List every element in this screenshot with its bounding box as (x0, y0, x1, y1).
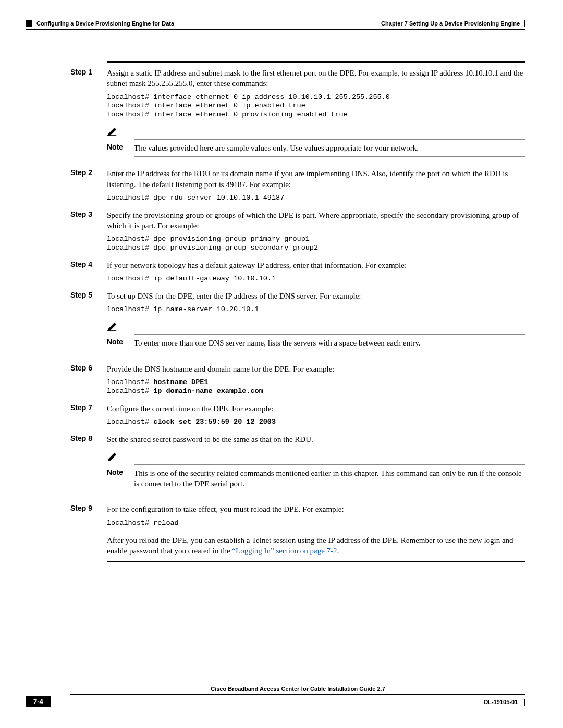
footer-doc-row: OL-19105-01 (484, 697, 525, 706)
header-right: Chapter 7 Setting Up a Device Provisioni… (381, 20, 525, 27)
step-2-code: localhost# dpe rdu-server 10.10.10.1 491… (107, 194, 525, 203)
note-1-text: The values provided here are sample valu… (134, 143, 525, 153)
after-reload-text: After you reload the DPE, you can establ… (107, 535, 525, 557)
page-header: Configuring a Device Provisioning Engine… (26, 20, 525, 27)
note-content: Note This is one of the security related… (107, 468, 525, 489)
note-rule-bottom (134, 352, 525, 352)
code-prompt: localhost# (107, 387, 153, 395)
note-rule-top (134, 139, 525, 140)
step-4: Step 4 If your network topology has a de… (26, 260, 525, 270)
step-4-label: Step 4 (70, 260, 107, 270)
note-3-label: Note (107, 468, 134, 489)
step-9-code: localhost# reload (107, 519, 525, 528)
note-content: Note The values provided here are sample… (107, 143, 525, 153)
step-8-label: Step 8 (70, 434, 107, 445)
step-2-text: Enter the IP address for the RDU or its … (107, 168, 525, 190)
footer-row: 7-4 OL-19105-01 (26, 696, 525, 707)
header-bar-icon (524, 20, 525, 27)
step-5-code: localhost# ip name-server 10.20.10.1 (107, 305, 525, 314)
note-rule-top (134, 334, 525, 335)
header-section: Configuring a Device Provisioning Engine… (36, 20, 174, 27)
header-marker-icon (26, 20, 32, 27)
pencil-icon (107, 127, 525, 138)
page-number: 7-4 (26, 696, 51, 707)
step-3-label: Step 3 (70, 210, 107, 231)
step-7-code: localhost# clock set 23:59:59 20 12 2003 (107, 418, 525, 427)
note-1-label: Note (107, 143, 134, 153)
note-rule-top (134, 464, 525, 465)
step-6-text: Provide the DNS hostname and domain name… (107, 364, 525, 374)
code-cmd: clock set 23:59:59 20 12 2003 (153, 418, 276, 426)
footer-guide-title: Cisco Broadband Access Center for Cable … (70, 686, 525, 692)
code-cmd: ip domain-name example.com (153, 387, 263, 395)
step-4-text: If your network topology has a default g… (107, 260, 525, 270)
step-5-text: To set up DNS for the DPE, enter the IP … (107, 291, 525, 301)
content-bottom-rule (107, 561, 525, 562)
step-8: Step 8 Set the shared secret password to… (26, 434, 525, 445)
note-rule-bottom (134, 492, 525, 492)
step-1-code: localhost# interface ethernet 0 ip addre… (107, 93, 525, 120)
footer-bar-icon (524, 699, 525, 706)
step-5-label: Step 5 (70, 291, 107, 301)
code-prompt: localhost# (107, 418, 153, 426)
content-top-rule (107, 61, 525, 63)
code-prompt: localhost# (107, 378, 153, 386)
step-6-label: Step 6 (70, 364, 107, 374)
step-9-label: Step 9 (70, 504, 107, 514)
step-7: Step 7 Configure the current time on the… (26, 403, 525, 414)
after-text-end: . (337, 547, 339, 555)
header-chapter: Chapter 7 Setting Up a Device Provisioni… (381, 20, 520, 27)
note-3: Note This is one of the security related… (107, 452, 525, 493)
step-1-text: Assign a static IP address and subnet ma… (107, 68, 525, 89)
step-7-label: Step 7 (70, 403, 107, 414)
step-2-label: Step 2 (70, 168, 107, 190)
step-2: Step 2 Enter the IP address for the RDU … (26, 168, 525, 190)
footer-doc-id: OL-19105-01 (484, 699, 518, 705)
note-2-text: To enter more than one DNS server name, … (134, 338, 525, 348)
header-rule (26, 29, 525, 30)
footer-rule (70, 694, 525, 695)
note-2-label: Note (107, 338, 134, 348)
step-4-code: localhost# ip default-gateway 10.10.10.1 (107, 275, 525, 283)
pencil-icon (107, 322, 525, 333)
step-9-text: For the configuration to take effect, yo… (107, 504, 525, 514)
step-6: Step 6 Provide the DNS hostname and doma… (26, 364, 525, 374)
note-1: Note The values provided here are sample… (107, 127, 525, 157)
page: Configuring a Device Provisioning Engine… (0, 0, 563, 728)
logging-in-link[interactable]: “Logging In” section on page 7-2 (232, 547, 337, 555)
code-cmd: hostname DPE1 (153, 378, 208, 386)
step-1-label: Step 1 (70, 68, 107, 89)
step-3-code: localhost# dpe provisioning-group primar… (107, 235, 525, 253)
note-2: Note To enter more than one DNS server n… (107, 322, 525, 352)
page-footer: Cisco Broadband Access Center for Cable … (26, 686, 525, 707)
note-rule-bottom (134, 156, 525, 157)
note-content: Note To enter more than one DNS server n… (107, 338, 525, 348)
pencil-icon (107, 452, 525, 463)
step-3-text: Specify the provisioning group or groups… (107, 210, 525, 231)
step-1: Step 1 Assign a static IP address and su… (26, 68, 525, 89)
step-3: Step 3 Specify the provisioning group or… (26, 210, 525, 231)
step-5: Step 5 To set up DNS for the DPE, enter … (26, 291, 525, 301)
step-7-text: Configure the current time on the DPE. F… (107, 403, 525, 414)
step-9: Step 9 For the configuration to take eff… (26, 504, 525, 514)
note-3-text: This is one of the security related comm… (134, 468, 525, 489)
step-8-text: Set the shared secret password to be the… (107, 434, 525, 445)
header-left: Configuring a Device Provisioning Engine… (26, 20, 174, 27)
step-6-code: localhost# hostname DPE1 localhost# ip d… (107, 378, 525, 396)
